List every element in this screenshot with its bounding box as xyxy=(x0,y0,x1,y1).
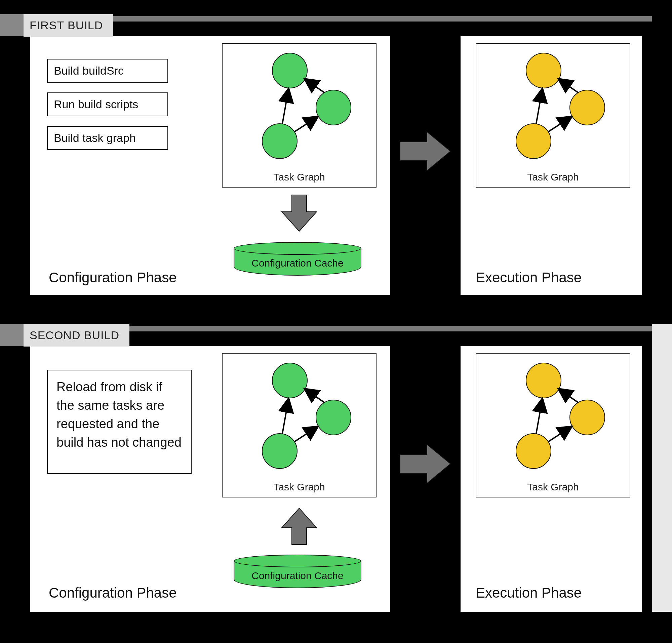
taskgraph-caption-3: Task Graph xyxy=(223,481,376,493)
svg-line-15 xyxy=(283,399,288,434)
svg-point-1 xyxy=(316,90,351,125)
task-graph-yellow-2 xyxy=(476,354,631,481)
svg-line-17 xyxy=(305,389,324,402)
svg-line-9 xyxy=(536,89,542,124)
config-cache-label-1: Configuration Cache xyxy=(233,257,361,269)
first-build-label: FIRST BUILD xyxy=(24,14,113,37)
config-cache-label-2: Configuration Cache xyxy=(233,570,361,582)
second-build-config-phase-title: Configuration Phase xyxy=(49,585,177,601)
taskgraph-caption-2: Task Graph xyxy=(476,171,629,183)
svg-line-21 xyxy=(536,399,542,434)
svg-point-20 xyxy=(516,434,551,469)
svg-point-19 xyxy=(570,400,605,435)
second-build-exec-phase-title: Execution Phase xyxy=(476,585,581,601)
second-build-exec-taskgraph: Task Graph xyxy=(476,353,630,497)
second-build-config-taskgraph: Task Graph xyxy=(222,353,376,497)
task-graph-yellow-1 xyxy=(476,44,631,171)
first-build-exec-phase-title: Execution Phase xyxy=(476,269,581,286)
second-build-note: Reload from disk if the same tasks are r… xyxy=(47,370,192,474)
second-build-label: SECOND BUILD xyxy=(24,324,129,347)
arrow-up-from-cache xyxy=(279,504,319,548)
svg-line-4 xyxy=(295,117,317,132)
step-run-scripts: Run build scripts xyxy=(47,93,168,116)
svg-line-22 xyxy=(548,427,571,442)
config-cache-cylinder-1: Configuration Cache xyxy=(233,242,361,276)
step-build-buildsrc: Build buildSrc xyxy=(47,59,168,83)
svg-point-0 xyxy=(272,53,307,88)
taskgraph-caption-4: Task Graph xyxy=(476,481,629,493)
arrow-down-to-cache xyxy=(279,192,319,235)
svg-line-3 xyxy=(283,89,288,124)
step-build-task-graph: Build task graph xyxy=(47,126,168,150)
svg-point-8 xyxy=(516,124,551,159)
svg-line-11 xyxy=(559,79,578,93)
svg-point-2 xyxy=(262,124,297,159)
first-build-config-taskgraph: Task Graph xyxy=(222,43,376,187)
task-graph-green-1 xyxy=(223,44,377,171)
svg-point-18 xyxy=(526,363,561,398)
first-build-exec-taskgraph: Task Graph xyxy=(476,43,630,187)
tab-stub-1 xyxy=(0,14,24,36)
svg-line-23 xyxy=(559,389,578,402)
arrow-to-execution-2 xyxy=(397,440,454,487)
arrow-to-execution-1 xyxy=(397,128,454,175)
svg-point-13 xyxy=(316,400,351,435)
svg-point-12 xyxy=(272,363,307,398)
svg-point-14 xyxy=(262,434,297,469)
first-build-config-phase-title: Configuration Phase xyxy=(49,269,177,286)
tab-stub-2 xyxy=(0,324,24,346)
svg-point-7 xyxy=(570,90,605,125)
svg-point-6 xyxy=(526,53,561,88)
right-strip xyxy=(652,324,672,612)
svg-line-5 xyxy=(305,79,324,93)
task-graph-green-2 xyxy=(223,354,377,481)
config-cache-cylinder-2: Configuration Cache xyxy=(233,555,361,588)
svg-line-16 xyxy=(295,427,317,442)
taskgraph-caption-1: Task Graph xyxy=(223,171,376,183)
svg-line-10 xyxy=(548,117,571,132)
